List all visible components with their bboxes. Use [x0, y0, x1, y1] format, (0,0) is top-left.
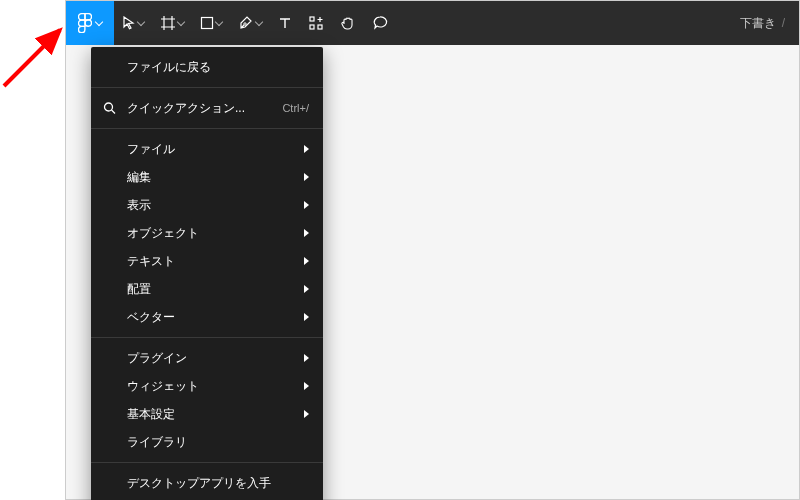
menu-quick-actions[interactable]: クイックアクション... Ctrl+/: [91, 94, 323, 122]
submenu-arrow-icon: [304, 173, 309, 181]
annotation-arrow: [0, 20, 70, 90]
svg-point-6: [105, 103, 113, 111]
menu-separator: [91, 87, 323, 88]
shape-tool[interactable]: [192, 1, 230, 45]
top-toolbar: 下書き /: [66, 1, 799, 45]
svg-rect-4: [310, 25, 314, 29]
menu-item[interactable]: デスクトップアプリを入手: [91, 469, 323, 497]
main-menu-button[interactable]: [66, 1, 114, 45]
submenu-arrow-icon: [304, 285, 309, 293]
svg-line-7: [4, 30, 60, 86]
comment-tool[interactable]: [364, 1, 396, 45]
pen-tool[interactable]: [230, 1, 270, 45]
menu-separator: [91, 337, 323, 338]
frame-icon: [160, 15, 176, 31]
comment-icon: [372, 15, 388, 31]
menu-item[interactable]: ファイル: [91, 135, 323, 163]
submenu-arrow-icon: [304, 229, 309, 237]
svg-rect-5: [318, 25, 322, 29]
submenu-arrow-icon: [304, 313, 309, 321]
menu-item[interactable]: ベクター: [91, 303, 323, 331]
svg-rect-3: [310, 17, 314, 21]
search-icon: [103, 102, 116, 115]
figma-logo-icon: [78, 13, 92, 33]
menu-item[interactable]: テキスト: [91, 247, 323, 275]
svg-point-2: [244, 23, 246, 25]
chevron-down-icon: [255, 18, 263, 26]
menu-item[interactable]: 編集: [91, 163, 323, 191]
menu-item[interactable]: 配置: [91, 275, 323, 303]
chevron-down-icon: [95, 18, 103, 26]
text-icon: [278, 16, 292, 30]
submenu-arrow-icon: [304, 257, 309, 265]
svg-point-0: [85, 20, 91, 26]
submenu-arrow-icon: [304, 410, 309, 418]
chevron-down-icon: [215, 18, 223, 26]
svg-rect-1: [202, 18, 213, 29]
chevron-down-icon: [177, 18, 185, 26]
rectangle-icon: [200, 16, 214, 30]
hand-tool[interactable]: [332, 1, 364, 45]
menu-back-to-files[interactable]: ファイルに戻る: [91, 53, 323, 81]
document-title[interactable]: 下書き /: [740, 1, 799, 45]
chevron-down-icon: [137, 18, 145, 26]
shortcut-label: Ctrl+/: [282, 102, 309, 114]
pen-icon: [238, 15, 254, 31]
cursor-icon: [122, 16, 136, 30]
move-tool[interactable]: [114, 1, 152, 45]
submenu-arrow-icon: [304, 145, 309, 153]
menu-separator: [91, 128, 323, 129]
resources-icon: [308, 15, 324, 31]
menu-item[interactable]: ライブラリ: [91, 428, 323, 456]
submenu-arrow-icon: [304, 201, 309, 209]
hand-icon: [340, 15, 356, 31]
menu-item[interactable]: プラグイン: [91, 344, 323, 372]
submenu-arrow-icon: [304, 382, 309, 390]
resources-tool[interactable]: [300, 1, 332, 45]
menu-item[interactable]: オブジェクト: [91, 219, 323, 247]
menu-item[interactable]: ウィジェット: [91, 372, 323, 400]
menu-item[interactable]: 表示: [91, 191, 323, 219]
menu-item[interactable]: 基本設定: [91, 400, 323, 428]
text-tool[interactable]: [270, 1, 300, 45]
submenu-arrow-icon: [304, 354, 309, 362]
frame-tool[interactable]: [152, 1, 192, 45]
menu-separator: [91, 462, 323, 463]
main-menu: ファイルに戻る クイックアクション... Ctrl+/ ファイル編集表示オブジェ…: [91, 47, 323, 500]
